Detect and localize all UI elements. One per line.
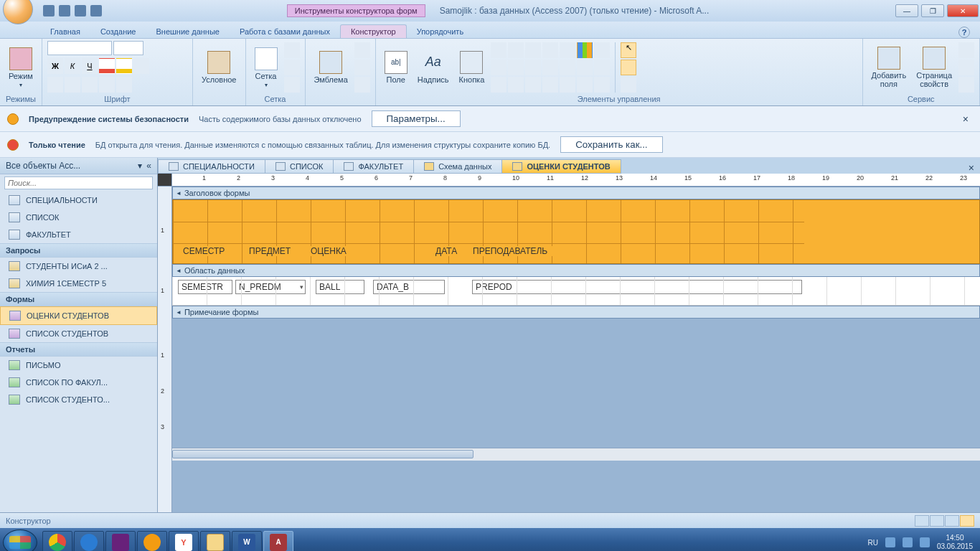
qat-save-icon[interactable] (43, 5, 55, 17)
tab-database-tools[interactable]: Работа с базами данных (230, 25, 340, 38)
taskbar-yandex[interactable]: Y (169, 531, 199, 551)
vertical-ruler[interactable]: 11123 (158, 187, 172, 512)
control-grade[interactable]: BALL (316, 280, 364, 294)
nav-section-queries[interactable]: Запросы (0, 243, 157, 258)
align-center-button[interactable] (65, 77, 80, 93)
horizontal-scrollbar[interactable] (172, 448, 980, 461)
qat-more-icon[interactable] (90, 5, 102, 17)
grid-color-button[interactable] (284, 77, 300, 93)
property-sheet-button[interactable]: Страница свойств (912, 45, 956, 90)
date-time-button[interactable] (354, 77, 370, 93)
ctrl-more2-icon[interactable] (560, 77, 575, 93)
code-button[interactable] (958, 60, 974, 75)
tab-design[interactable]: Конструктор (340, 24, 407, 38)
ctrl-rect-icon[interactable] (560, 42, 575, 58)
ctrl-attach-icon[interactable] (491, 77, 507, 93)
label-control-button[interactable]: AaНадпись (413, 50, 453, 85)
nav-query-chem[interactable]: ХИМИЯ 1СЕМЕСТР 5 (0, 275, 157, 292)
control-semester[interactable]: SEMESTR (178, 280, 232, 294)
number-fmt-button[interactable] (116, 77, 132, 93)
close-button[interactable]: ✕ (947, 4, 979, 17)
doctab-faculty[interactable]: ФАКУЛЬТЕТ (333, 159, 414, 174)
view-mode-button[interactable]: Режим▾ (4, 46, 37, 90)
tray-volume-icon[interactable] (920, 537, 930, 547)
form-view-button[interactable] (915, 515, 929, 527)
nav-report-students[interactable]: СПИСОК СТУДЕНТО... (0, 391, 157, 408)
taskbar-explorer[interactable] (200, 531, 230, 551)
start-button[interactable] (3, 529, 37, 551)
maximize-button[interactable]: ❐ (921, 4, 944, 17)
format-painter-button[interactable] (99, 77, 115, 93)
design-surface[interactable]: Заголовок формы СЕМЕСТР ПРЕДМЕТ ОЦЕНКА Д… (172, 187, 980, 512)
doctab-schema[interactable]: Схема данных (413, 159, 502, 174)
ctrl-activex-icon[interactable] (525, 77, 541, 93)
ctrl-pagebreak-icon[interactable] (525, 60, 541, 75)
detail-section-bar[interactable]: Область данных (172, 264, 980, 277)
qat-redo-icon[interactable] (75, 5, 86, 17)
office-button[interactable] (3, 0, 33, 24)
tray-clock[interactable]: 14:5003.06.2015 (937, 534, 973, 551)
taskbar-ie[interactable] (74, 531, 104, 551)
nav-report-letter[interactable]: ПИСЬМО (0, 357, 157, 374)
layout-view-button[interactable] (945, 515, 959, 527)
form-footer-area[interactable] (172, 319, 980, 448)
textbox-control-button[interactable]: ab|Поле (380, 50, 412, 85)
nav-table-faculty[interactable]: ФАКУЛЬТЕТ (0, 226, 157, 243)
ctrl-tab-icon[interactable] (508, 60, 524, 75)
form-header-area[interactable]: СЕМЕСТР ПРЕДМЕТ ОЦЕНКА ДАТА ПРЕПОДАВАТЕЛ… (172, 199, 980, 264)
taskbar-word[interactable]: W (232, 531, 262, 551)
tray-network-icon[interactable] (903, 537, 913, 547)
nav-form-grades[interactable]: ОЦЕНКИ СТУДЕНТОВ (0, 306, 157, 325)
underline-button[interactable]: Ч (82, 58, 98, 74)
page-numbers-button[interactable] (354, 60, 370, 75)
tab-arrange[interactable]: Упорядочить (407, 25, 473, 38)
button-control-button[interactable]: Кнопка (455, 50, 489, 85)
horizontal-ruler[interactable]: 1234567891011121314151617181920212223 (172, 174, 980, 186)
control-date[interactable]: DATA_B (373, 280, 445, 294)
ctrl-toggle-icon[interactable] (491, 60, 507, 75)
tab-external-data[interactable]: Внешние данные (146, 25, 230, 38)
ctrl-option-icon[interactable] (577, 60, 593, 75)
doctab-grades[interactable]: ОЦЕНКИ СТУДЕНТОВ (501, 159, 621, 174)
italic-button[interactable]: К (65, 58, 80, 74)
bold-button[interactable]: Ж (47, 58, 63, 74)
font-color-button[interactable] (99, 58, 115, 74)
taskbar-media[interactable] (137, 531, 167, 551)
tab-order-button[interactable] (958, 42, 974, 58)
form-header-section-bar[interactable]: Заголовок формы (172, 187, 980, 199)
nav-header[interactable]: Все объекты Acc...▾ « (0, 158, 157, 174)
nav-report-byfac[interactable]: СПИСОК ПО ФАКУЛ... (0, 374, 157, 391)
taskbar-access[interactable]: A (263, 531, 293, 551)
tab-home[interactable]: Главная (40, 25, 90, 38)
grid-width-button[interactable] (284, 60, 300, 75)
control-wizards-button[interactable] (621, 60, 636, 75)
ctrl-more4-icon[interactable] (594, 77, 610, 93)
nav-section-forms[interactable]: Формы (0, 292, 157, 306)
ctrl-combo-icon[interactable] (491, 42, 507, 58)
tray-flag-icon[interactable] (885, 537, 895, 547)
ctrl-hyperlink-icon[interactable] (508, 77, 524, 93)
align-left-button[interactable] (47, 77, 63, 93)
logo-button[interactable]: Эмблема (310, 50, 352, 85)
ctrl-more1-icon[interactable] (542, 77, 558, 93)
activex-controls-button[interactable] (621, 77, 636, 93)
ctrl-unbound-icon[interactable] (542, 60, 558, 75)
detail-area[interactable]: SEMESTR N_PREDM BALL DATA_B PREPOD (172, 277, 980, 306)
tab-create[interactable]: Создание (90, 25, 146, 38)
title-button[interactable] (354, 42, 370, 58)
save-as-button[interactable]: Сохранить как... (560, 136, 662, 153)
control-teacher[interactable]: PREPOD (472, 280, 802, 294)
minimize-button[interactable]: — (895, 4, 918, 17)
font-size-combo[interactable] (113, 41, 143, 55)
conditional-fmt-button[interactable]: Условное (197, 50, 241, 85)
doctab-close[interactable]: × (963, 162, 980, 174)
form-footer-section-bar[interactable]: Примечание формы (172, 306, 980, 319)
font-family-combo[interactable] (47, 41, 112, 55)
datasheet-view-button[interactable] (930, 515, 944, 527)
label-semester[interactable]: СЕМЕСТР (183, 246, 235, 256)
tray-lang[interactable]: RU (867, 539, 877, 547)
nav-table-list[interactable]: СПИСОК (0, 209, 157, 226)
doctab-specs[interactable]: СПЕЦИАЛЬНОСТИ (158, 159, 265, 174)
select-tool-button[interactable]: ↖ (621, 42, 636, 58)
select-all-box[interactable] (158, 174, 172, 186)
